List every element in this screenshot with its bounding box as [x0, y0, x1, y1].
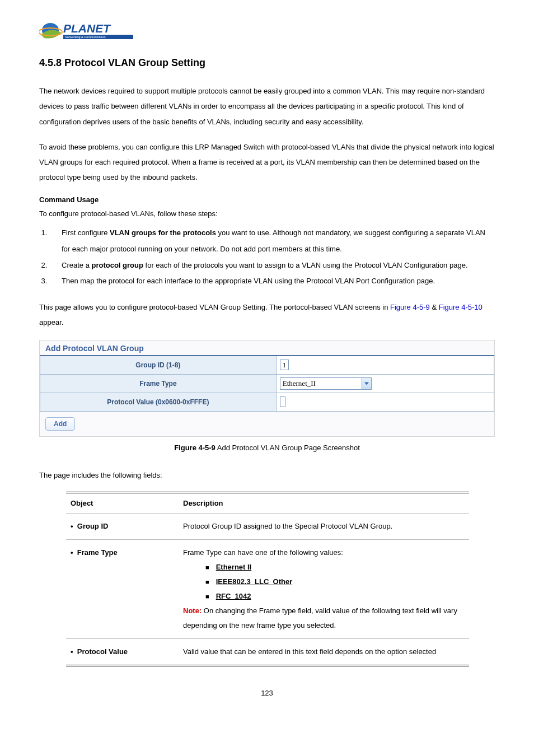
add-button[interactable]: Add — [45, 417, 75, 431]
group-id-input[interactable]: 1 — [280, 360, 289, 370]
group-id-label: Group ID (1-8) — [40, 356, 277, 375]
add-protocol-vlan-group-panel: Add Protocol VLAN Group Group ID (1-8) 1… — [39, 340, 495, 437]
table-row: • Protocol Value Valid value that can be… — [66, 638, 469, 665]
table-row: • Group ID Protocol Group ID assigned to… — [66, 513, 469, 539]
col-header-object: Object — [66, 492, 179, 513]
list-item: Ethernet II — [205, 560, 465, 575]
figure-4-5-9-link[interactable]: Figure 4-5-9 — [390, 303, 430, 311]
list-item: RFC_1042 — [205, 589, 465, 604]
figure-caption: Figure 4-5-9 Add Protocol VLAN Group Pag… — [39, 444, 495, 452]
fields-intro: The page includes the following fields: — [39, 468, 495, 484]
fields-description-table: Object Description • Group ID Protocol G… — [66, 492, 469, 666]
step-2: Create a protocol group for each of the … — [49, 258, 495, 274]
frame-type-label: Frame Type — [40, 375, 277, 393]
command-usage-intro: To configure protocol-based VLANs, follo… — [39, 206, 495, 222]
protocol-value-label: Protocol Value (0x0600-0xFFFE) — [40, 393, 277, 412]
panel-title: Add Protocol VLAN Group — [40, 340, 494, 356]
table-row: • Frame Type Frame Type can have one of … — [66, 539, 469, 638]
steps-list: First configure VLAN groups for the prot… — [39, 225, 495, 289]
figure-reference-text: This page allows you to configure protoc… — [39, 300, 495, 330]
col-header-description: Description — [179, 492, 469, 513]
intro-paragraph-1: The network devices required to support … — [39, 83, 495, 129]
chevron-down-icon — [362, 378, 371, 389]
step-3: Then map the protocol for each interface… — [49, 273, 495, 290]
planet-logo-icon: PLANET Networking & Communication — [39, 18, 137, 46]
figure-4-5-10-link[interactable]: Figure 4-5-10 — [439, 303, 483, 311]
command-usage-heading: Command Usage — [39, 195, 495, 204]
svg-text:Networking & Communication: Networking & Communication — [65, 35, 105, 39]
intro-paragraph-2: To avoid these problems, you can configu… — [39, 139, 495, 185]
svg-text:PLANET: PLANET — [63, 22, 111, 35]
protocol-value-input[interactable] — [280, 396, 285, 407]
list-item: IEEE802.3_LLC_Other — [205, 575, 465, 589]
step-1: First configure VLAN groups for the prot… — [49, 225, 495, 257]
section-heading: 4.5.8 Protocol VLAN Group Setting — [39, 57, 495, 69]
brand-logo: PLANET Networking & Communication — [39, 18, 495, 46]
frame-type-select[interactable]: Ethernet_II — [280, 377, 372, 390]
page-number: 123 — [39, 689, 495, 697]
